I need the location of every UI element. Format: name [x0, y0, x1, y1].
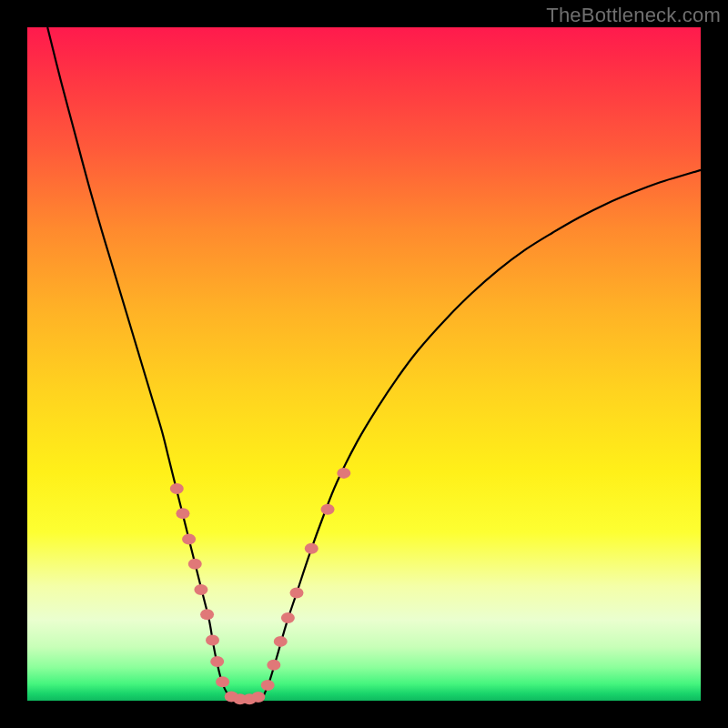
- data-dot: [281, 612, 295, 623]
- data-dot: [176, 508, 189, 519]
- data-dot: [188, 559, 202, 570]
- curve-left: [47, 27, 229, 697]
- data-dot: [194, 584, 207, 595]
- data-dot: [321, 504, 335, 515]
- data-dot: [261, 680, 275, 691]
- curve-layer: [27, 27, 701, 701]
- data-dot: [267, 660, 280, 671]
- data-dot: [305, 543, 318, 554]
- plot-area: [27, 27, 701, 701]
- data-dot: [170, 483, 184, 494]
- data-dots: [170, 468, 351, 704]
- data-dot: [182, 533, 196, 544]
- data-dot: [216, 676, 229, 687]
- data-dot: [200, 609, 214, 620]
- data-dot: [274, 636, 288, 647]
- data-dot: [251, 692, 265, 703]
- data-dot: [290, 588, 304, 599]
- data-dot: [206, 634, 219, 645]
- data-dot: [210, 656, 224, 667]
- curve-right: [263, 170, 701, 697]
- watermark-text: TheBottleneck.com: [546, 4, 721, 27]
- data-dot: [337, 468, 350, 479]
- chart-frame: TheBottleneck.com: [0, 0, 728, 728]
